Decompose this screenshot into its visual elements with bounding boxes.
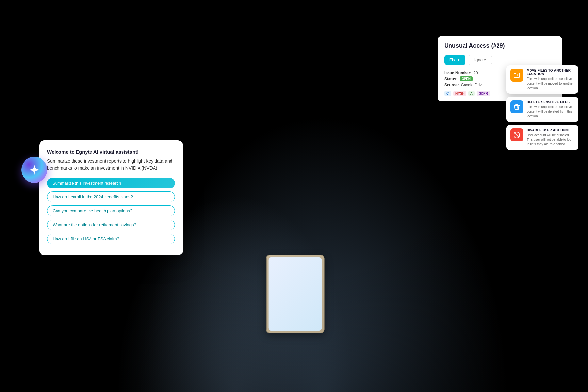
move-files-icon bbox=[510, 69, 523, 82]
action-delete-text: DELETE SENSITIVE FILES Files with unperm… bbox=[527, 100, 574, 119]
action-card-disable[interactable]: DISABLE USER ACCOUNT User account will b… bbox=[506, 125, 578, 150]
ai-chat-message: Summarize these investment reports to hi… bbox=[47, 158, 175, 172]
suggestion-pill-3[interactable]: Can you compare the health plan options? bbox=[47, 205, 175, 216]
fix-dropdown-arrow: ▼ bbox=[457, 58, 460, 62]
action-disable-text: DISABLE USER ACCOUNT User account will b… bbox=[527, 128, 574, 147]
delete-files-icon bbox=[510, 100, 523, 113]
suggestion-pill-4[interactable]: What are the options for retirement savi… bbox=[47, 220, 175, 230]
tablet-device bbox=[266, 255, 325, 333]
security-card-title: Unusual Access (#29) bbox=[444, 42, 555, 49]
suggestion-pill-2[interactable]: How do I enroll in the 2024 benefits pla… bbox=[47, 191, 175, 202]
content-layer: Welcome to Egnyte AI virtual assistant! … bbox=[0, 0, 588, 392]
disable-user-icon bbox=[510, 128, 523, 141]
suggestion-pills-list: Summarize this investment research How d… bbox=[47, 178, 175, 248]
tablet-screen bbox=[269, 257, 322, 331]
ai-welcome-header: Welcome to Egnyte AI virtual assistant! bbox=[47, 148, 175, 155]
status-label: Status: bbox=[444, 77, 458, 81]
action-move-title: MOVE FILES TO ANOTHER LOCATION bbox=[527, 69, 574, 76]
issue-number-value: 29 bbox=[473, 71, 478, 75]
tag-ci: CI bbox=[444, 91, 451, 96]
action-card-delete[interactable]: DELETE SENSITIVE FILES Files with unperm… bbox=[506, 97, 578, 122]
issue-number-label: Issue Number: bbox=[444, 71, 471, 75]
ai-sparkle-icon bbox=[28, 163, 41, 176]
action-delete-desc: Files with unpermitted sensitive content… bbox=[527, 105, 574, 119]
status-badge: OPEN bbox=[460, 76, 473, 81]
source-label: Source: bbox=[444, 83, 459, 87]
action-disable-desc: User account will be disabled. This user… bbox=[527, 133, 574, 147]
ignore-button[interactable]: Ignore bbox=[469, 55, 492, 65]
fix-button[interactable]: Fix ▼ bbox=[444, 55, 466, 65]
security-actions-row: Fix ▼ Ignore bbox=[444, 55, 555, 65]
ai-chat-card: Welcome to Egnyte AI virtual assistant! … bbox=[39, 140, 183, 255]
source-value: Google Drive bbox=[461, 83, 484, 87]
tag-gdpr: GDPR bbox=[477, 91, 490, 96]
action-move-text: MOVE FILES TO ANOTHER LOCATION Files wit… bbox=[527, 69, 574, 90]
suggestion-pill-5[interactable]: How do I file an HSA or FSA claim? bbox=[47, 234, 175, 244]
svg-rect-1 bbox=[514, 73, 516, 74]
action-move-desc: Files with unpermitted sensitive content… bbox=[527, 77, 574, 90]
tag-nysh: NYSH bbox=[453, 91, 466, 96]
action-disable-title: DISABLE USER ACCOUNT bbox=[527, 128, 574, 132]
action-card-move[interactable]: MOVE FILES TO ANOTHER LOCATION Files wit… bbox=[506, 65, 578, 94]
action-delete-title: DELETE SENSITIVE FILES bbox=[527, 100, 574, 104]
tag-a: A bbox=[468, 91, 475, 96]
suggestion-pill-1[interactable]: Summarize this investment research bbox=[47, 178, 175, 188]
egnyte-ai-logo bbox=[21, 157, 47, 183]
action-cards-container: MOVE FILES TO ANOTHER LOCATION Files wit… bbox=[506, 65, 578, 150]
